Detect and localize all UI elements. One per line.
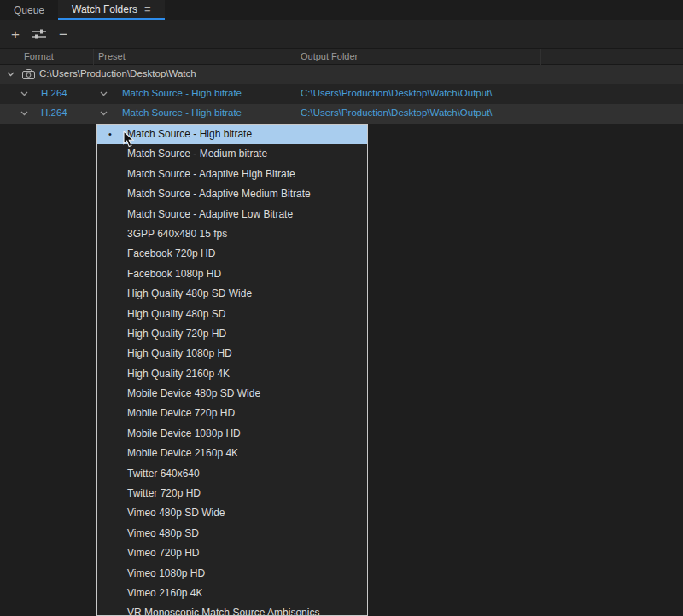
preset-option[interactable]: High Quality 720p HD xyxy=(97,324,367,344)
format-value[interactable]: H.264 xyxy=(41,108,67,118)
output-row-selected[interactable]: H.264 Match Source - High bitrate C:\Use… xyxy=(0,104,683,124)
preset-option[interactable]: Mobile Device 480p SD Wide xyxy=(97,384,367,404)
output-folder-value[interactable]: C:\Users\Production\Desktop\Watch\Output… xyxy=(301,108,493,118)
preset-option[interactable]: Match Source - Adaptive High Bitrate xyxy=(97,165,367,184)
preset-option[interactable]: Match Source - Adaptive Medium Bitrate xyxy=(97,184,367,204)
camera-icon xyxy=(22,69,35,79)
disclosure-chevron-icon[interactable] xyxy=(7,72,15,77)
tab-queue[interactable]: Queue xyxy=(0,0,58,20)
selected-bullet-icon: • xyxy=(108,125,112,144)
remove-watch-folder-button[interactable]: − xyxy=(51,24,75,44)
tab-watch-folders-label: Watch Folders xyxy=(72,3,137,15)
column-divider xyxy=(540,49,541,66)
column-header-format: Format xyxy=(24,51,54,61)
preset-option-label: Match Source - High bitrate xyxy=(127,128,252,140)
watch-folder-path: C:\Users\Production\Desktop\Watch xyxy=(39,68,196,78)
preset-option[interactable]: High Quality 2160p 4K xyxy=(97,364,367,384)
preset-option[interactable]: Vimeo 1080p HD xyxy=(97,564,367,584)
preset-option[interactable]: Twitter 640x640 xyxy=(97,464,367,484)
preset-option[interactable]: Vimeo 720p HD xyxy=(97,543,367,563)
preset-option[interactable]: Mobile Device 720p HD xyxy=(97,404,367,423)
format-dropdown-chevron-icon[interactable] xyxy=(20,91,28,96)
preset-option[interactable]: Vimeo 480p SD Wide xyxy=(97,503,367,523)
watch-folders-toolbar: + − xyxy=(0,20,683,48)
preset-option[interactable]: Vimeo 480p SD xyxy=(97,524,367,543)
panel-menu-icon[interactable]: ≡ xyxy=(144,3,151,15)
output-row[interactable]: H.264 Match Source - High bitrate C:\Use… xyxy=(0,84,683,104)
panel-tab-bar: Queue Watch Folders ≡ xyxy=(0,0,683,20)
preset-dropdown-chevron-icon[interactable] xyxy=(100,91,108,96)
preset-option[interactable]: Facebook 720p HD xyxy=(97,244,367,264)
column-header-preset: Preset xyxy=(98,51,126,61)
preset-option[interactable]: High Quality 480p SD xyxy=(97,305,367,324)
column-divider xyxy=(295,49,295,66)
preset-option[interactable]: Mobile Device 1080p HD xyxy=(97,424,367,444)
preset-option[interactable]: High Quality 480p SD Wide xyxy=(97,284,367,304)
preset-option[interactable]: Mobile Device 2160p 4K xyxy=(97,444,367,463)
watch-folder-row[interactable]: C:\Users\Production\Desktop\Watch xyxy=(0,65,683,84)
add-watch-folder-button[interactable]: + xyxy=(3,24,27,44)
preset-option[interactable]: Match Source - Medium bitrate xyxy=(97,144,367,164)
preset-option-selected[interactable]: • Match Source - High bitrate xyxy=(97,125,367,144)
preset-dropdown-chevron-icon[interactable] xyxy=(100,111,108,116)
mouse-cursor xyxy=(123,131,135,148)
preset-dropdown-menu: • Match Source - High bitrate Match Sour… xyxy=(96,124,368,616)
preset-value[interactable]: Match Source - High bitrate xyxy=(122,88,242,98)
preset-option[interactable]: Match Source - Adaptive Low Bitrate xyxy=(97,205,367,224)
preset-option[interactable]: High Quality 1080p HD xyxy=(97,344,367,363)
format-value[interactable]: H.264 xyxy=(41,88,67,98)
output-folder-value[interactable]: C:\Users\Production\Desktop\Watch\Output… xyxy=(301,88,493,98)
preset-option[interactable]: Vimeo 2160p 4K xyxy=(97,584,367,603)
preset-option[interactable]: VR Monoscopic Match Source Ambisonics xyxy=(97,603,367,616)
format-dropdown-chevron-icon[interactable] xyxy=(20,111,28,116)
column-header-row: Format Preset Output Folder xyxy=(0,48,683,65)
preset-value[interactable]: Match Source - High bitrate xyxy=(122,108,242,118)
preset-option[interactable]: 3GPP 640x480 15 fps xyxy=(97,224,367,244)
column-header-output-folder: Output Folder xyxy=(301,51,358,61)
column-divider xyxy=(93,49,94,66)
sliders-icon xyxy=(32,28,47,40)
preset-option[interactable]: Facebook 1080p HD xyxy=(97,264,367,284)
tab-watch-folders[interactable]: Watch Folders ≡ xyxy=(58,0,165,20)
preset-option[interactable]: Twitter 720p HD xyxy=(97,484,367,503)
settings-sliders-icon[interactable] xyxy=(27,24,51,44)
